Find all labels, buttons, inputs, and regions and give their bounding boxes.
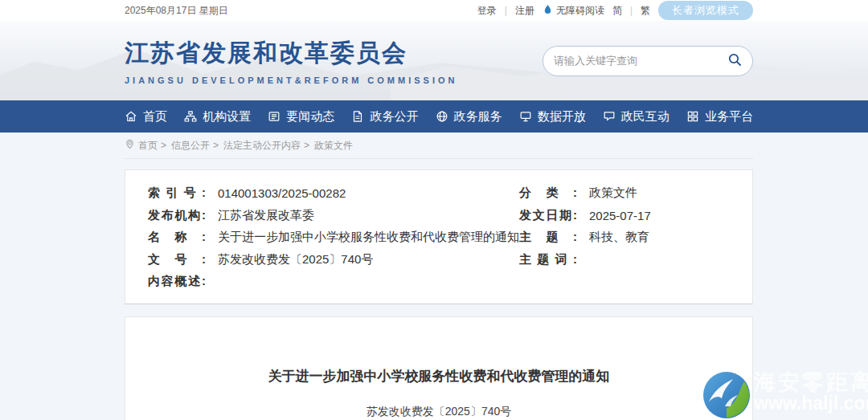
org-chart-icon xyxy=(184,110,197,123)
simplified-link[interactable]: 简 xyxy=(612,4,622,18)
breadcrumb-separator: > xyxy=(304,140,309,151)
article-title: 关于进一步加强中小学校服务性收费和代收费管理的通知 xyxy=(125,317,752,385)
search-button[interactable] xyxy=(727,52,742,69)
site-title: 江苏省发展和改革委员会 xyxy=(125,37,457,70)
nav-label: 首页 xyxy=(143,109,167,124)
site-subtitle: JIANGSU DEVELOPMENT&REFORM COMMISSION xyxy=(125,75,457,85)
meta-row-title: 名称: 关于进一步加强中小学校服务性收费和代收费管理的通知 xyxy=(148,226,519,249)
breadcrumb-item-legal[interactable]: 法定主动公开内容 xyxy=(223,139,301,153)
chat-icon xyxy=(603,110,616,123)
elder-mode-button[interactable]: 长者浏览模式 xyxy=(658,1,753,20)
meta-value: 苏发改收费发〔2025〕740号 xyxy=(218,252,373,267)
breadcrumb-item-info[interactable]: 信息公开 xyxy=(171,139,210,153)
nav-item-data[interactable]: 数据开放 xyxy=(519,109,586,124)
top-utility-bar: 2025年08月17日 星期日 登录 | 注册 无障碍阅读 简 | 繁 长者浏览… xyxy=(0,0,868,21)
nav-item-disclosure[interactable]: 政务公开 xyxy=(351,109,418,124)
meta-label: 发文日期: xyxy=(519,208,577,223)
meta-label: 主题: xyxy=(519,230,577,245)
globe-icon xyxy=(436,110,448,123)
search-box[interactable] xyxy=(542,46,753,76)
watermark-url: www.haljl.com xyxy=(754,393,868,413)
watermark-name: 海安零距离 xyxy=(754,371,868,393)
nav-label: 要闻动态 xyxy=(286,109,334,124)
document-icon xyxy=(351,110,364,123)
meta-label: 发布机构: xyxy=(148,208,206,223)
nav-label: 政民互动 xyxy=(621,109,669,124)
grid-icon xyxy=(686,110,699,123)
article-card: 关于进一步加强中小学校服务性收费和代收费管理的通知 苏发改收费发〔2025〕74… xyxy=(125,316,753,420)
home-icon xyxy=(125,110,137,123)
main-nav: 首页 机构设置 要闻动态 政务公开 政务服务 数据开放 政民互动 业务平台 xyxy=(0,100,868,133)
meta-label: 内容概述: xyxy=(148,274,206,289)
meta-row-index: 索引号: 014001303/2025-00282 xyxy=(148,182,519,205)
meta-row-category: 分类: 政策文件 xyxy=(519,182,754,205)
meta-value: 政策文件 xyxy=(589,186,637,201)
breadcrumb-item-home[interactable]: 首页 xyxy=(138,139,158,153)
meta-value: 关于进一步加强中小学校服务性收费和代收费管理的通知 xyxy=(218,230,519,245)
document-meta-card: 索引号: 014001303/2025-00282 发布机构: 江苏省发展改革委… xyxy=(125,169,753,304)
nav-item-service[interactable]: 政务服务 xyxy=(436,109,502,124)
header-banner: 江苏省发展和改革委员会 JIANGSU DEVELOPMENT&REFORM C… xyxy=(0,21,868,100)
meta-row-keywords: 主题词: xyxy=(519,249,754,271)
meta-value: 2025-07-17 xyxy=(589,209,651,222)
meta-value: 科技、教育 xyxy=(589,230,649,245)
nav-item-home[interactable]: 首页 xyxy=(125,109,167,124)
meta-row-date: 发文日期: 2025-07-17 xyxy=(519,205,754,227)
meta-label: 名称: xyxy=(148,230,206,245)
meta-row-docnum: 文号: 苏发改收费发〔2025〕740号 xyxy=(148,249,519,271)
location-icon xyxy=(125,139,135,152)
current-date: 2025年08月17日 星期日 xyxy=(125,4,228,18)
search-input[interactable] xyxy=(554,55,727,67)
meta-label: 主题词: xyxy=(519,252,577,267)
meta-row-subject: 主题: 科技、教育 xyxy=(519,226,754,249)
meta-label: 分类: xyxy=(519,186,577,201)
login-link[interactable]: 登录 xyxy=(477,4,497,18)
nav-label: 机构设置 xyxy=(203,109,251,124)
nav-item-news[interactable]: 要闻动态 xyxy=(268,109,334,124)
search-icon xyxy=(727,52,742,69)
meta-value: 014001303/2025-00282 xyxy=(218,186,346,200)
meta-value: 江苏省发展改革委 xyxy=(218,208,314,223)
separator: | xyxy=(630,5,633,16)
breadcrumb-separator: > xyxy=(213,140,219,151)
meta-label: 索引号: xyxy=(148,186,206,201)
breadcrumb-separator: > xyxy=(161,140,166,151)
meta-row-summary: 内容概述: xyxy=(148,271,519,293)
article-doc-number: 苏发改收费发〔2025〕740号 xyxy=(125,405,752,419)
breadcrumb: 首页> 信息公开> 法定主动公开内容> 政策文件 xyxy=(125,133,753,159)
register-link[interactable]: 注册 xyxy=(515,4,534,18)
site-logo[interactable]: 江苏省发展和改革委员会 JIANGSU DEVELOPMENT&REFORM C… xyxy=(125,37,457,85)
news-icon xyxy=(268,110,280,123)
nav-item-interaction[interactable]: 政民互动 xyxy=(603,109,669,124)
traditional-link[interactable]: 繁 xyxy=(641,4,650,18)
breadcrumb-item-policy[interactable]: 政策文件 xyxy=(314,139,353,153)
nav-label: 业务平台 xyxy=(705,109,753,124)
nav-label: 政务公开 xyxy=(370,109,418,124)
accessibility-icon xyxy=(542,4,553,17)
meta-label: 文号: xyxy=(148,252,206,267)
monitor-icon xyxy=(519,110,532,123)
nav-item-platform[interactable]: 业务平台 xyxy=(686,109,753,124)
meta-row-agency: 发布机构: 江苏省发展改革委 xyxy=(148,205,519,227)
nav-label: 数据开放 xyxy=(538,109,586,124)
nav-label: 政务服务 xyxy=(454,109,502,124)
nav-item-org[interactable]: 机构设置 xyxy=(184,109,251,124)
accessibility-label: 无障碍阅读 xyxy=(556,4,604,18)
accessibility-link[interactable]: 无障碍阅读 xyxy=(542,4,604,18)
separator: | xyxy=(505,5,507,16)
